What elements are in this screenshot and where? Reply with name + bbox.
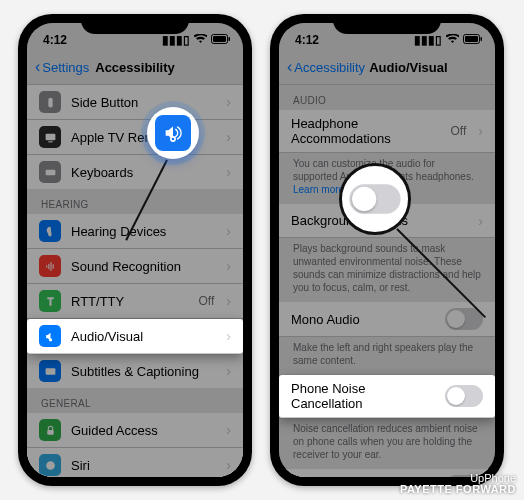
status-time: 4:12 xyxy=(43,33,67,47)
chevron-right-icon: › xyxy=(226,129,231,145)
row-label: Guided Access xyxy=(71,423,216,438)
svg-rect-13 xyxy=(47,429,54,434)
list-row[interactable]: Sound Recognition› xyxy=(27,249,243,284)
row-phone-noise-cancellation[interactable]: Phone Noise Cancellation xyxy=(279,375,495,418)
row-label: Siri xyxy=(71,458,216,473)
cell-signal-icon: ▮▮▮▯ xyxy=(162,33,190,47)
svg-rect-7 xyxy=(46,265,47,267)
chevron-right-icon: › xyxy=(226,363,231,379)
chevron-right-icon: › xyxy=(226,293,231,309)
slider-icon xyxy=(39,91,61,113)
row-footer: Make the left and right speakers play th… xyxy=(279,337,495,375)
list-row[interactable]: Side Button› xyxy=(27,85,243,120)
toggle-switch[interactable] xyxy=(445,385,483,407)
speaker-icon xyxy=(39,325,61,347)
svg-rect-12 xyxy=(45,368,55,375)
row-label: RTT/TTY xyxy=(71,294,189,309)
svg-point-18 xyxy=(172,138,175,141)
chevron-right-icon: › xyxy=(226,94,231,110)
chevron-right-icon: › xyxy=(226,457,231,473)
chevron-right-icon: › xyxy=(478,213,483,229)
svg-rect-9 xyxy=(50,262,51,271)
section-header-general: GENERAL xyxy=(27,388,243,413)
tutorial-magnifier xyxy=(339,163,411,235)
row-label: Hearing Devices xyxy=(71,224,216,239)
chevron-left-icon: ‹ xyxy=(287,58,292,76)
nav-bar: ‹ Accessibility Audio/Visual xyxy=(279,51,495,85)
chevron-right-icon: › xyxy=(226,164,231,180)
tv-icon xyxy=(39,126,61,148)
row-mono-audio[interactable]: Mono Audio xyxy=(279,302,495,337)
audio-visual-badge-icon xyxy=(155,115,191,151)
notch xyxy=(333,14,441,34)
list-row[interactable]: RTT/TTYOff› xyxy=(27,284,243,319)
row-value: Off xyxy=(199,294,215,308)
row-headphone-accommodations[interactable]: Headphone Accommodations Off › xyxy=(279,110,495,153)
row-label: Headphone Accommodations xyxy=(291,116,441,146)
section-header-hearing: HEARING xyxy=(27,189,243,214)
svg-rect-4 xyxy=(45,133,55,140)
list-row[interactable]: Keyboards› xyxy=(27,155,243,189)
siri-icon xyxy=(39,454,61,476)
phone-frame-left: 4:12 ▮▮▮▯ ‹ Settings Accessibility xyxy=(18,14,252,486)
back-button[interactable]: ‹ Settings xyxy=(35,60,89,76)
chevron-right-icon: › xyxy=(478,123,483,139)
svg-rect-20 xyxy=(465,36,478,42)
phone-frame-right: 4:12 ▮▮▮▯ ‹ Accessibility Audio/Visual xyxy=(270,14,504,486)
keyboard-icon xyxy=(39,161,61,183)
row-label: Keyboards xyxy=(71,165,216,180)
wifi-icon xyxy=(194,33,207,47)
svg-rect-6 xyxy=(45,169,55,174)
row-label: Mono Audio xyxy=(291,312,435,327)
watermark: UpPhone PAYETTE FORWARD xyxy=(400,473,516,496)
nav-bar: ‹ Settings Accessibility xyxy=(27,51,243,85)
svg-rect-10 xyxy=(52,264,53,268)
svg-rect-8 xyxy=(48,263,49,268)
svg-rect-3 xyxy=(48,97,52,107)
back-button[interactable]: ‹ Accessibility xyxy=(287,60,365,76)
wave-icon xyxy=(39,255,61,277)
list-row[interactable]: Subtitles & Captioning› xyxy=(27,354,243,388)
cc-icon xyxy=(39,360,61,382)
notch xyxy=(81,14,189,34)
settings-list[interactable]: Side Button›Apple TV Remote›Keyboards› H… xyxy=(27,85,243,477)
row-label: Side Button xyxy=(71,95,216,110)
section-header-audio: AUDIO xyxy=(279,85,495,110)
chevron-right-icon: › xyxy=(226,223,231,239)
cell-signal-icon: ▮▮▮▯ xyxy=(414,33,442,47)
lock-icon xyxy=(39,419,61,441)
back-label: Accessibility xyxy=(294,60,365,75)
back-label: Settings xyxy=(42,60,89,75)
row-label: Sound Recognition xyxy=(71,259,216,274)
status-time: 4:12 xyxy=(295,33,319,47)
chevron-right-icon: › xyxy=(226,258,231,274)
toggle-switch-magnified xyxy=(349,184,400,214)
row-label: Subtitles & Captioning xyxy=(71,364,216,379)
chevron-left-icon: ‹ xyxy=(35,58,40,76)
chevron-right-icon: › xyxy=(226,328,231,344)
status-indicators: ▮▮▮▯ xyxy=(162,33,231,47)
rtt-icon xyxy=(39,290,61,312)
svg-point-14 xyxy=(46,461,55,470)
svg-rect-2 xyxy=(229,37,231,41)
screen-right: 4:12 ▮▮▮▯ ‹ Accessibility Audio/Visual xyxy=(279,23,495,477)
list-row[interactable]: Apple TV Remote› xyxy=(27,120,243,155)
chevron-right-icon: › xyxy=(226,422,231,438)
list-row[interactable]: Siri› xyxy=(27,448,243,477)
list-row[interactable]: Audio/Visual› xyxy=(27,319,243,354)
row-footer: Noise cancellation reduces ambient noise… xyxy=(279,418,495,469)
settings-list[interactable]: AUDIO Headphone Accommodations Off › You… xyxy=(279,85,495,477)
svg-rect-5 xyxy=(48,141,52,142)
list-row[interactable]: Guided Access› xyxy=(27,413,243,448)
ear-icon xyxy=(39,220,61,242)
svg-rect-1 xyxy=(213,36,226,42)
battery-icon xyxy=(211,33,231,47)
row-value: Off xyxy=(451,124,467,138)
status-indicators: ▮▮▮▯ xyxy=(414,33,483,47)
row-label: Audio/Visual xyxy=(71,329,216,344)
svg-rect-21 xyxy=(481,37,483,41)
tutorial-callout-bubble xyxy=(147,107,199,159)
wifi-icon xyxy=(446,33,459,47)
page-title: Audio/Visual xyxy=(369,60,448,75)
row-label: Phone Noise Cancellation xyxy=(291,381,435,411)
